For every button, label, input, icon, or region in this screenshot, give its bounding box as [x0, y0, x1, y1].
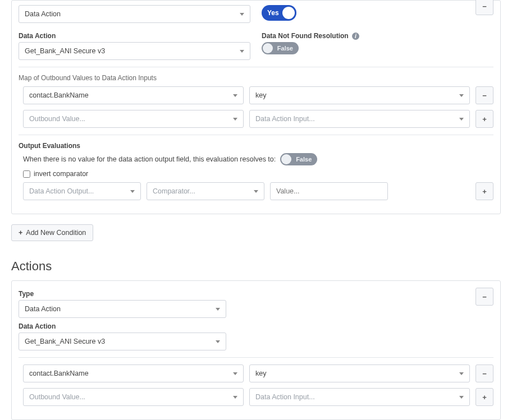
actions-heading: Actions: [11, 259, 501, 274]
map-row: Outbound Value... Data Action Input... +: [19, 110, 493, 128]
data-action-input-placeholder: Data Action Input...: [255, 393, 315, 401]
plus-icon: +: [482, 187, 487, 196]
data-action-select[interactable]: Get_Bank_ANI Secure v3: [19, 42, 250, 60]
add-output-eval-button[interactable]: +: [476, 182, 493, 200]
data-action-input-select[interactable]: key: [249, 364, 470, 382]
outbound-value-select[interactable]: Outbound Value...: [23, 388, 244, 406]
outbound-value-select[interactable]: Outbound Value...: [23, 110, 244, 128]
data-action-output-placeholder: Data Action Output...: [29, 187, 94, 195]
data-not-found-label: Data Not Found Resolution i: [262, 32, 493, 40]
map-outbound-label: Map of Outbound Values to Data Action In…: [19, 74, 493, 82]
caret-icon: [459, 118, 464, 121]
output-eval-toggle-label: False: [296, 156, 312, 163]
minus-icon: −: [482, 293, 487, 301]
toggle-knob: [281, 154, 291, 164]
remove-map-button[interactable]: −: [476, 364, 493, 382]
condition-panel: Data Action Yes − Data Action Get_Bank_A…: [11, 0, 501, 214]
outbound-value-placeholder: Outbound Value...: [29, 393, 85, 401]
caret-icon: [233, 396, 237, 399]
action-data-action-select[interactable]: Get_Bank_ANI Secure v3: [19, 333, 226, 350]
comparator-placeholder: Comparator...: [153, 187, 195, 195]
caret-icon: [240, 50, 244, 53]
outbound-value: contact.BankName: [29, 91, 89, 99]
outbound-value-select[interactable]: contact.BankName: [23, 364, 244, 382]
add-new-condition-button[interactable]: + Add New Condition: [11, 224, 93, 241]
data-not-found-toggle[interactable]: False: [262, 42, 299, 54]
output-eval-label: Output Evaluations: [19, 142, 493, 150]
info-icon: i: [352, 33, 359, 40]
outbound-value-select[interactable]: contact.BankName: [23, 86, 244, 104]
action-type-value: Data Action: [25, 305, 61, 313]
value-input[interactable]: [270, 182, 388, 200]
action-data-action-value: Get_Bank_ANI Secure v3: [25, 338, 105, 345]
add-map-button[interactable]: +: [476, 110, 493, 128]
data-action-label: Data Action: [19, 32, 250, 40]
data-not-found-toggle-label: False: [277, 45, 293, 52]
caret-icon: [254, 190, 258, 193]
invert-comparator-label: invert comparator: [34, 170, 88, 178]
action-type-label: Type: [19, 290, 476, 298]
condition-type-value: Data Action: [25, 10, 61, 18]
data-action-input-placeholder: Data Action Input...: [255, 115, 315, 123]
outbound-value-placeholder: Outbound Value...: [29, 115, 85, 123]
add-condition-label: Add New Condition: [26, 229, 86, 237]
comparator-select[interactable]: Comparator...: [147, 182, 264, 200]
remove-condition-button[interactable]: −: [476, 0, 493, 15]
data-action-input-value: key: [255, 370, 266, 377]
remove-action-button[interactable]: −: [476, 288, 493, 306]
data-action-input-select[interactable]: Data Action Input...: [249, 388, 470, 406]
minus-icon: −: [482, 91, 487, 100]
data-action-value: Get_Bank_ANI Secure v3: [25, 47, 105, 55]
caret-icon: [459, 94, 464, 97]
map-row: contact.BankName key −: [19, 86, 493, 104]
yes-toggle-label: Yes: [267, 9, 279, 17]
output-eval-text: When there is no value for the data acti…: [23, 155, 276, 163]
invert-comparator-checkbox[interactable]: [23, 170, 30, 178]
caret-icon: [459, 396, 464, 399]
outbound-value: contact.BankName: [29, 370, 89, 377]
caret-icon: [233, 372, 237, 375]
condition-type-select[interactable]: Data Action: [19, 5, 250, 23]
caret-icon: [216, 340, 220, 343]
toggle-knob: [282, 7, 295, 19]
data-action-input-select[interactable]: key: [249, 86, 470, 104]
toggle-knob: [263, 43, 273, 53]
caret-icon: [459, 372, 464, 375]
action-panel: Type Data Action − Data Action Get_Bank_…: [11, 280, 501, 420]
caret-icon: [130, 190, 135, 193]
action-type-select[interactable]: Data Action: [19, 300, 226, 318]
remove-map-button[interactable]: −: [476, 86, 493, 104]
map-row: contact.BankName key −: [19, 364, 493, 382]
yes-toggle[interactable]: Yes: [262, 5, 296, 21]
add-map-button[interactable]: +: [476, 388, 493, 406]
plus-icon: +: [19, 229, 22, 237]
data-action-input-value: key: [255, 91, 266, 99]
plus-icon: +: [482, 393, 487, 401]
caret-icon: [216, 308, 220, 311]
action-data-action-label: Data Action: [19, 322, 493, 330]
minus-icon: −: [482, 370, 487, 378]
caret-icon: [233, 94, 237, 97]
output-eval-toggle[interactable]: False: [280, 153, 317, 165]
data-action-input-select[interactable]: Data Action Input...: [249, 110, 470, 128]
minus-icon: −: [482, 2, 487, 11]
caret-icon: [233, 118, 237, 121]
caret-icon: [240, 13, 244, 16]
plus-icon: +: [482, 115, 487, 123]
data-action-output-select[interactable]: Data Action Output...: [23, 182, 141, 200]
map-row: Outbound Value... Data Action Input... +: [19, 388, 493, 406]
